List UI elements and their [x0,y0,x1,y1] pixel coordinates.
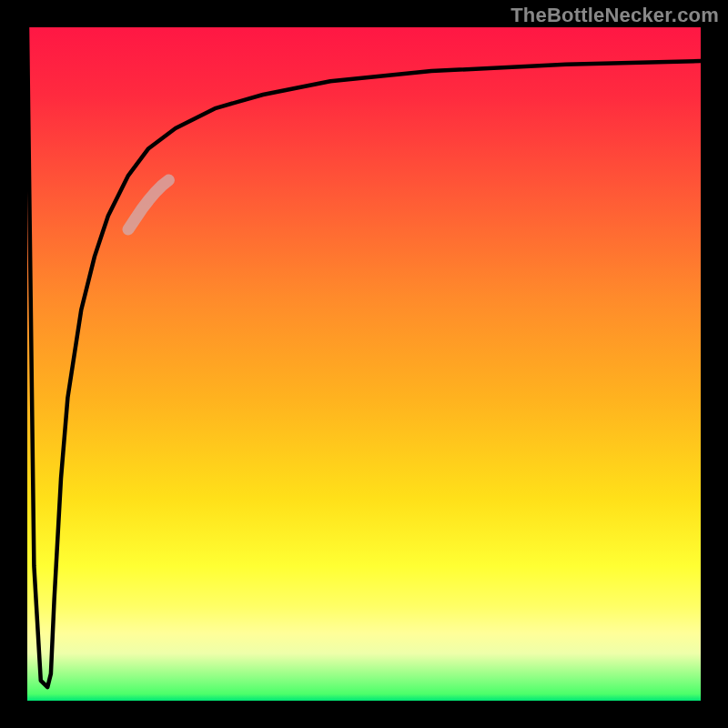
plot-area [27,27,701,701]
chart-frame: TheBottleNecker.com [0,0,728,728]
highlight-segment [128,180,168,229]
curve-layer [27,27,701,701]
bottleneck-curve [27,27,701,687]
attribution-text: TheBottleNecker.com [511,4,719,27]
